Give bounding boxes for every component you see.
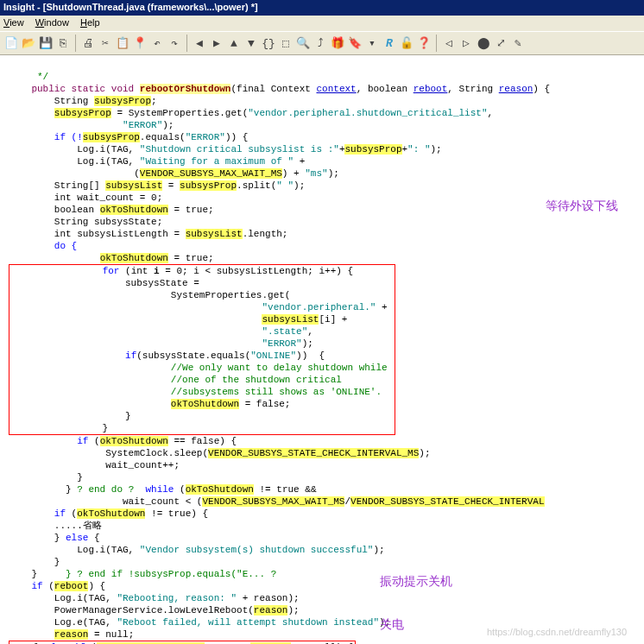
save-icon[interactable]: 💾 bbox=[38, 35, 54, 51]
menu-help[interactable]: Help bbox=[80, 17, 100, 28]
comment: */ bbox=[37, 72, 48, 82]
fwd-icon[interactable]: ▶ bbox=[209, 35, 224, 51]
relation-icon[interactable]: R bbox=[382, 35, 397, 51]
menu-window[interactable]: Window bbox=[35, 17, 69, 28]
code-editor[interactable]: */ public static void rebootOrShutdown(f… bbox=[0, 55, 644, 644]
open-icon[interactable]: 📂 bbox=[21, 35, 36, 51]
find-icon[interactable]: ⤴ bbox=[313, 35, 328, 51]
code-block-loop: for (int i = 0; i < subsysListLength; i+… bbox=[9, 264, 395, 435]
undo-icon[interactable]: ↶ bbox=[149, 35, 165, 51]
bookmark-icon[interactable]: 🔖 bbox=[347, 35, 363, 51]
edit-icon[interactable]: ✎ bbox=[510, 35, 526, 51]
toolbar: 📄 📂 💾 ⎘ 🖨 ✂ 📋 📍 ↶ ↷ ◀ ▶ ▲ ▼ {} ⬚ 🔍 ⤴ 🎁 🔖… bbox=[0, 31, 644, 55]
expand-icon[interactable]: ⤢ bbox=[493, 35, 508, 51]
menubar: VViewiew Window Help bbox=[0, 16, 644, 31]
annotation-shutdown: 关电 bbox=[380, 617, 404, 633]
next-icon[interactable]: ▷ bbox=[458, 35, 474, 51]
help-icon[interactable]: ❓ bbox=[416, 35, 432, 51]
braces-icon[interactable]: {} bbox=[261, 35, 276, 51]
new-icon[interactable]: 📄 bbox=[3, 35, 19, 51]
drop-icon[interactable]: ▾ bbox=[364, 35, 380, 51]
search-icon[interactable]: 🔍 bbox=[295, 35, 311, 51]
lock-icon[interactable]: 🔓 bbox=[399, 35, 414, 51]
gift-icon[interactable]: 🎁 bbox=[330, 35, 345, 51]
copy-icon[interactable]: 📋 bbox=[115, 35, 130, 51]
redo-icon[interactable]: ↷ bbox=[167, 35, 182, 51]
prev-icon[interactable]: ◁ bbox=[441, 35, 457, 51]
back-icon[interactable]: ◀ bbox=[192, 35, 207, 51]
print-icon[interactable]: 🖨 bbox=[80, 35, 96, 51]
annotation-wait: 等待外设下线 bbox=[546, 199, 618, 214]
annotation-vibrate: 振动提示关机 bbox=[380, 574, 452, 590]
saveall-icon[interactable]: ⎘ bbox=[55, 35, 71, 51]
method-name: rebootOrShutdown bbox=[140, 84, 231, 94]
titlebar: Insight - [ShutdownThread.java (framewor… bbox=[0, 0, 644, 16]
menu-view[interactable]: VViewiew bbox=[3, 17, 24, 28]
down-icon[interactable]: ▼ bbox=[243, 35, 259, 51]
cursor-icon[interactable]: ⬤ bbox=[476, 35, 491, 51]
watermark: https://blog.csdn.net/dreamfly130 bbox=[487, 627, 627, 637]
paste-icon[interactable]: 📍 bbox=[132, 35, 148, 51]
cut-icon[interactable]: ✂ bbox=[98, 35, 113, 51]
code-block-vibrate: } else if (SHUTDOWN_VIBRATE_MS > 0 && co… bbox=[9, 641, 356, 644]
block-icon[interactable]: ⬚ bbox=[278, 35, 294, 51]
up-icon[interactable]: ▲ bbox=[226, 35, 242, 51]
